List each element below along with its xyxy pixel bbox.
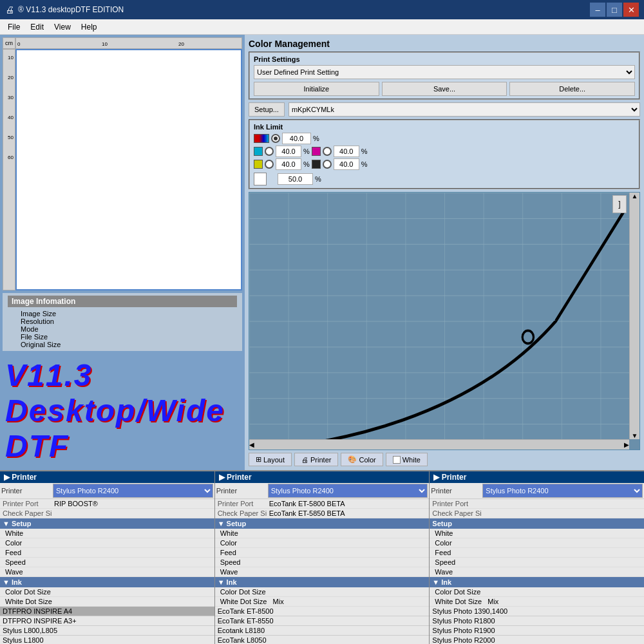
panel1-color-dot-size-item: Color Dot Size <box>0 587 214 597</box>
bottom-panel-1: ▶ Printer Printer Stylus Photo R2400 Pri… <box>0 471 215 644</box>
panel3-list-r1800[interactable]: Stylus Photo R1800 <box>430 616 644 626</box>
panel3-list-r1900[interactable]: Stylus Photo R1900 <box>430 626 644 636</box>
panel2-list-l8050[interactable]: EcoTank L8050 <box>215 636 430 644</box>
ink-value-black[interactable] <box>334 158 359 170</box>
panel2-list-l8180[interactable]: Ecotank L8180 <box>215 626 430 636</box>
panel2-list[interactable]: White Color Feed Speed Wave ▼ Ink Color … <box>215 529 430 644</box>
panel1-list-l1800[interactable]: Stylus L1800 <box>0 636 214 644</box>
print-settings-dropdown[interactable]: User Defined Print Setting <box>254 65 635 79</box>
radio-black[interactable] <box>323 160 332 169</box>
ink-swatch-yellow <box>254 160 263 169</box>
panel3-printer-label: Printer <box>431 487 482 495</box>
ink-value-magenta[interactable] <box>334 146 359 157</box>
ink-pct-cyan: % <box>303 147 310 155</box>
radio-magenta[interactable] <box>323 147 332 156</box>
ink-swatch-cyan <box>254 147 263 156</box>
panel1-ink-header: ▼ Ink <box>0 577 214 587</box>
setup-row: Setup... mKpKCYMLk <box>249 102 640 117</box>
menu-view[interactable]: View <box>49 21 76 33</box>
radio-cyan[interactable] <box>265 147 274 156</box>
panel2-printer-port-row: Printer Port EcoTank ET-5800 BETA <box>215 499 430 509</box>
panel1-check-paper-label: Check Paper Si <box>3 509 54 517</box>
panel1-printer-label: Printer <box>1 487 53 495</box>
ink-value-white[interactable] <box>278 173 313 185</box>
tab-color[interactable]: 🎨 Color <box>341 453 383 466</box>
minimize-button[interactable]: – <box>590 3 605 17</box>
big-text-area: V11.3 Desktop/Wide DTF <box>0 351 245 470</box>
panel3-header: ▶ Printer <box>430 471 644 483</box>
radio-combined[interactable] <box>271 134 280 143</box>
scrollbar-horizontal[interactable]: ◀ ▶ <box>249 439 629 450</box>
big-text: V11.3 Desktop/Wide DTF <box>5 357 240 464</box>
image-info-panel: Image Infomation Image Size Resolution M… <box>3 293 242 351</box>
ink-swatch-combined <box>254 134 269 143</box>
panel2-list-et8550[interactable]: EcoTank ET-8550 <box>215 616 430 626</box>
panel3-printer-select[interactable]: Stylus Photo R2400 <box>482 484 643 498</box>
bottom-panel-2: ▶ Printer Printer Stylus Photo R2400 Pri… <box>215 471 430 644</box>
panel1-printer-select[interactable]: Stylus Photo R2400 <box>53 484 213 498</box>
printer-icon: 🖨 <box>301 456 308 464</box>
ink-row-combined: % <box>254 133 635 144</box>
left-column: cm 0 10 20 102030405060 Image Infomation <box>0 35 245 470</box>
menu-edit[interactable]: Edit <box>25 21 49 33</box>
curve-area: ▲ ▼ ◀ ▶ ] <box>249 192 640 450</box>
curve-svg <box>249 193 639 450</box>
color-icon: 🎨 <box>348 455 357 464</box>
menu-file[interactable]: File <box>3 21 25 33</box>
print-settings-section: Print Settings User Defined Print Settin… <box>249 52 640 100</box>
tab-row: ⊞ Layout 🖨 Printer 🎨 Color White <box>249 453 640 466</box>
panel2-header: ▶ Printer <box>215 471 430 483</box>
close-button[interactable]: ✕ <box>623 3 639 17</box>
setup-button[interactable]: Setup... <box>249 102 285 117</box>
panel1-white-item: White <box>0 529 214 538</box>
bottom-area: ▶ Printer Printer Stylus Photo R2400 Pri… <box>0 470 644 644</box>
menu-help[interactable]: Help <box>76 21 102 33</box>
panel2-printer-select[interactable]: Stylus Photo R2400 <box>268 484 428 498</box>
radio-yellow[interactable] <box>265 160 274 169</box>
ink-value-yellow[interactable] <box>276 158 301 170</box>
panel1-printer-row: Printer Stylus Photo R2400 <box>0 483 214 499</box>
panel3-check-paper-row: Check Paper Si <box>430 509 644 518</box>
panel1-header: ▶ Printer <box>0 471 214 483</box>
maximize-button[interactable]: □ <box>607 3 622 17</box>
tab-printer[interactable]: 🖨 Printer <box>294 453 338 466</box>
ink-swatch-black <box>312 160 321 169</box>
panel2-white-dot-size-item: White Dot Size Mix <box>215 597 430 607</box>
panel1-list-dtf-a3[interactable]: DTFPRO INSPIRE A3+ <box>0 616 214 626</box>
tab-white[interactable]: White <box>386 453 428 466</box>
ink-value-combined[interactable] <box>282 133 311 144</box>
panel3-white-item: White <box>430 529 644 538</box>
right-column: Color Management Print Settings User Def… <box>245 35 644 470</box>
delete-button[interactable]: Delete... <box>509 82 635 96</box>
panel2-white-item: White <box>215 529 430 538</box>
scrollbar-vertical[interactable]: ▲ ▼ <box>629 193 639 439</box>
curve-tool-icon[interactable]: ] <box>612 195 627 213</box>
panel1-list-dtf-a4[interactable]: DTFPRO INSPIRE A4 <box>0 607 214 616</box>
panel1-list-l800[interactable]: Stylus L800,L805 <box>0 626 214 636</box>
tab-layout[interactable]: ⊞ Layout <box>249 453 292 466</box>
panel2-check-paper-value: EcoTank ET-5850 BETA <box>269 509 345 517</box>
panel3-check-paper-label: Check Paper Si <box>432 509 490 517</box>
initialize-button[interactable]: Initialize <box>254 82 379 96</box>
panel3-list[interactable]: White Color Feed Speed Wave ▼ Ink Color … <box>430 529 644 644</box>
color-management-title: Color Management <box>249 39 640 49</box>
ruler-vertical: 102030405060 <box>3 49 15 290</box>
panel3-color-item: Color <box>430 538 644 548</box>
panel2-speed-item: Speed <box>215 558 430 567</box>
panel2-printer-port-value: EcoTank ET-5800 BETA <box>269 500 345 507</box>
panel3-list-r1390[interactable]: Stylus Photo 1390,1400 <box>430 607 644 616</box>
menu-bar: File Edit View Help <box>0 19 644 35</box>
ink-row-cm: % % <box>254 146 635 157</box>
ink-value-cyan[interactable] <box>276 146 301 157</box>
panel1-list[interactable]: White Color Feed Speed Wave ▼ Ink Color … <box>0 529 214 644</box>
panel2-list-et8500[interactable]: EcoTank ET-8500 <box>215 607 430 616</box>
panel1-speed-item: Speed <box>0 558 214 567</box>
panel3-list-r2000[interactable]: Stylus Photo R2000 <box>430 636 644 644</box>
paper-canvas[interactable] <box>15 49 242 290</box>
panel2-check-paper-label: Check Paper Si <box>218 509 269 517</box>
resolution-row: Resolution <box>8 317 237 325</box>
save-button[interactable]: Save... <box>382 82 507 96</box>
panel1-printer-port-value: RIP BOOST® <box>54 500 98 507</box>
panel2-wave-item: Wave <box>215 567 430 577</box>
setup-dropdown[interactable]: mKpKCYMLk <box>289 102 640 117</box>
